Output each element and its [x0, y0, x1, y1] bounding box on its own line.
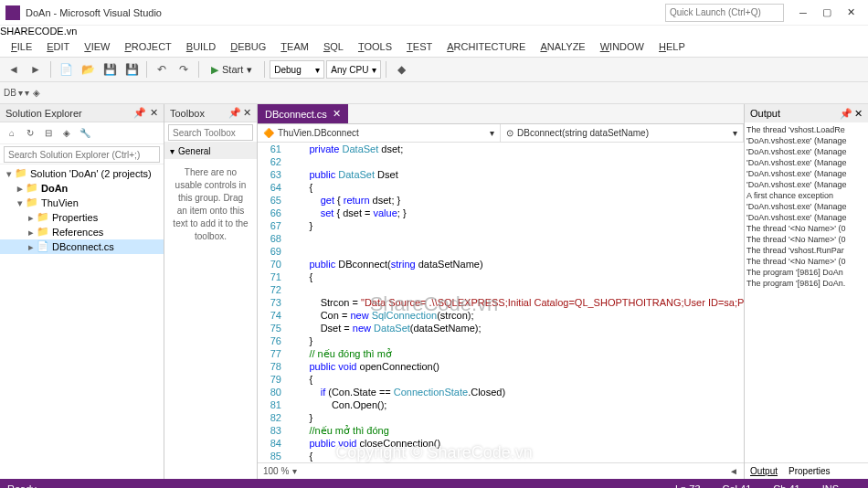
solution-tree: ▾📁Solution 'DoAn' (2 projects) ▸📁DoAn▾📁T… [0, 164, 164, 479]
panel-close-icon[interactable]: ✕ [854, 108, 863, 120]
output-tab-output[interactable]: Output [745, 463, 783, 479]
maximize-button[interactable]: ▢ [815, 4, 839, 22]
show-all-icon[interactable]: ◈ [58, 125, 75, 142]
save-button[interactable]: 💾 [100, 59, 120, 80]
tree-node-references[interactable]: ▸📁References [0, 225, 164, 239]
code-area[interactable]: 6162636465666768697071727374757677787980… [258, 143, 744, 462]
nav-back-button[interactable]: ◄ [4, 59, 24, 80]
toolbox-header: Toolbox 📌 ✕ [164, 104, 257, 122]
menu-analyze[interactable]: ANALYZE [533, 41, 592, 52]
panel-pin-icon[interactable]: 📌 [133, 107, 146, 119]
status-line: Ln 73 [675, 483, 701, 488]
editor-footer: 100 %▾ ◄ [258, 462, 744, 479]
new-project-button[interactable]: 📄 [56, 59, 76, 80]
tab-close-icon[interactable]: ✕ [333, 108, 341, 120]
properties-icon[interactable]: 🔧 [77, 125, 93, 142]
menu-tools[interactable]: TOOLS [351, 41, 399, 52]
solution-search-input[interactable] [4, 146, 160, 163]
line-gutter: 6162636465666768697071727374757677787980… [258, 143, 287, 462]
menu-edit[interactable]: EDIT [39, 41, 77, 52]
db-tool-1[interactable]: ▾ [18, 88, 23, 98]
redo-button[interactable]: ↷ [174, 59, 194, 80]
main-toolbar: ◄ ► 📄 📂 💾 💾 ↶ ↷ ▶Start▾ Debug▾ Any CPU▾ … [0, 57, 868, 82]
statusbar: Ready Ln 73 Col 41 Ch 41 INS [0, 479, 868, 488]
menu-window[interactable]: WINDOW [593, 41, 651, 52]
menu-sql[interactable]: SQL [316, 41, 351, 52]
output-tabs: Output Properties [745, 462, 868, 479]
editor-tab-dbconnect[interactable]: DBconnect.cs✕ [258, 104, 348, 123]
toolbox-empty-message: There are no usable controls in this gro… [164, 159, 257, 250]
tree-node-properties[interactable]: ▸📁Properties [0, 210, 164, 225]
panel-close-icon[interactable]: ✕ [243, 107, 251, 119]
menu-team[interactable]: TEAM [273, 41, 316, 52]
toolbox-search-input[interactable] [168, 124, 253, 141]
sharecode-watermark-logo: SHARECODE.vn [0, 26, 868, 37]
db-label: DB [4, 88, 16, 98]
output-panel: Output 📌 ✕ The thread 'vshost.LoadRe'DoA… [744, 104, 868, 479]
toolbox-group-general[interactable]: ▾ General [164, 143, 257, 159]
solution-root-node[interactable]: ▾📁Solution 'DoAn' (2 projects) [0, 166, 164, 181]
code-editor: DBconnect.cs✕ 🔶 ThuVien.DBconnect▾ ⊙ DBc… [258, 104, 744, 479]
menu-view[interactable]: VIEW [77, 41, 117, 52]
nav-fwd-button[interactable]: ► [26, 59, 46, 80]
undo-button[interactable]: ↶ [152, 59, 172, 80]
vs-logo-icon [5, 5, 20, 20]
minimize-button[interactable]: ─ [791, 4, 815, 22]
panel-pin-icon[interactable]: 📌 [840, 108, 852, 120]
menu-project[interactable]: PROJECT [117, 41, 178, 52]
menu-file[interactable]: FILE [4, 41, 39, 52]
home-icon[interactable]: ⌂ [4, 125, 20, 142]
menu-architecture[interactable]: ARCHITECTURE [439, 41, 533, 52]
start-debug-button[interactable]: ▶Start▾ [204, 59, 259, 80]
solution-explorer-panel: Solution Explorer 📌 ✕ ⌂ ↻ ⊟ ◈ 🔧 ▾📁Soluti… [0, 104, 164, 479]
status-ins: INS [822, 483, 839, 488]
menubar: FILEEDITVIEWPROJECTBUILDDEBUGTEAMSQLTOOL… [0, 37, 868, 57]
config-dropdown[interactable]: Debug▾ [270, 60, 324, 79]
db-tool-3[interactable]: ◈ [33, 88, 40, 98]
output-content[interactable]: The thread 'vshost.LoadRe'DoAn.vshost.ex… [745, 122, 868, 462]
status-ch: Ch 41 [773, 483, 799, 488]
nav-member-dropdown[interactable]: ⊙ DBconnect(string dataSetName)▾ [501, 124, 744, 142]
close-button[interactable]: ✕ [839, 4, 863, 22]
tree-node-thuvien[interactable]: ▾📁ThuVien [0, 196, 164, 210]
output-tab-properties[interactable]: Properties [783, 463, 836, 479]
db-tool-2[interactable]: ▾ [25, 88, 29, 98]
status-ready: Ready [7, 483, 37, 488]
tree-node-dbconnect-cs[interactable]: ▸📄DBconnect.cs [0, 239, 164, 254]
window-title: DoAn - Microsoft Visual Studio [26, 7, 162, 18]
titlebar: DoAn - Microsoft Visual Studio ─ ▢ ✕ [0, 0, 868, 26]
code-content[interactable]: private DataSet dset; public DataSet Dse… [287, 143, 744, 462]
menu-test[interactable]: TEST [399, 41, 439, 52]
solution-explorer-header: Solution Explorer 📌 ✕ [0, 104, 164, 122]
collapse-icon[interactable]: ⊟ [40, 125, 57, 142]
platform-dropdown[interactable]: Any CPU▾ [326, 60, 381, 79]
secondary-toolbar: DB ▾ ▾ ◈ [0, 82, 868, 104]
save-all-button[interactable]: 💾 [122, 59, 142, 80]
extension-button[interactable]: ◆ [391, 59, 411, 80]
editor-navbar: 🔶 ThuVien.DBconnect▾ ⊙ DBconnect(string … [258, 124, 744, 143]
open-button[interactable]: 📂 [78, 59, 98, 80]
panel-close-icon[interactable]: ✕ [150, 107, 158, 119]
status-col: Col 41 [723, 483, 752, 488]
tree-node-doan[interactable]: ▸📁DoAn [0, 181, 164, 196]
nav-class-dropdown[interactable]: 🔶 ThuVien.DBconnect▾ [258, 124, 501, 142]
refresh-icon[interactable]: ↻ [22, 125, 38, 142]
quick-launch-input[interactable] [665, 4, 784, 22]
solution-explorer-toolbar: ⌂ ↻ ⊟ ◈ 🔧 [0, 122, 164, 144]
output-header: Output 📌 ✕ [745, 104, 868, 122]
menu-debug[interactable]: DEBUG [223, 41, 273, 52]
panel-pin-icon[interactable]: 📌 [228, 107, 241, 119]
editor-tabs: DBconnect.cs✕ [258, 104, 744, 124]
toolbox-panel: Toolbox 📌 ✕ ▾ General There are no usabl… [164, 104, 258, 479]
menu-build[interactable]: BUILD [179, 41, 223, 52]
menu-help[interactable]: HELP [651, 41, 693, 52]
